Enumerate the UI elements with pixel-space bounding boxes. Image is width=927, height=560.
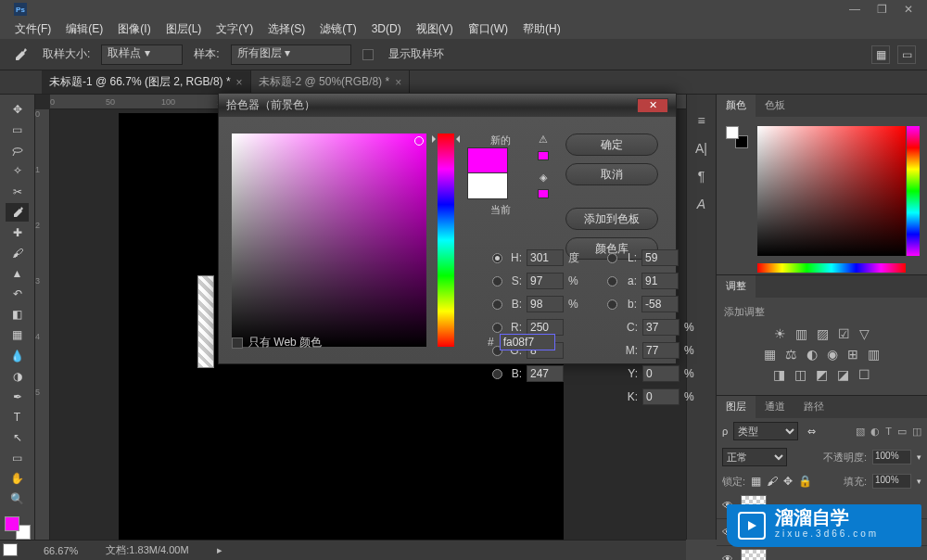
fill-input[interactable]: 100% [872, 474, 911, 489]
doc-tab-1[interactable]: 未标题-1 @ 66.7% (图层 2, RGB/8) * × [42, 70, 251, 94]
adj-curves-icon[interactable]: ▨ [817, 326, 829, 341]
hex-input[interactable] [500, 334, 555, 350]
tool-hand[interactable]: ✋ [6, 469, 29, 488]
tool-wand[interactable]: ✧ [6, 161, 29, 180]
bl-input[interactable] [527, 365, 564, 382]
tool-move[interactable]: ✥ [6, 100, 29, 119]
menu-type[interactable]: 文字(Y) [210, 19, 259, 39]
tool-crop[interactable]: ✂ [6, 183, 29, 201]
menu-edit[interactable]: 编辑(E) [60, 19, 108, 39]
filter-img-icon[interactable]: ▧ [856, 426, 865, 438]
panel-icon-history[interactable]: ≡ [697, 113, 705, 128]
color-field[interactable] [757, 126, 906, 256]
radio-h[interactable] [492, 253, 502, 263]
k-input[interactable] [642, 388, 679, 405]
tool-marquee[interactable]: ▭ [6, 121, 29, 139]
visibility-icon[interactable]: 👁 [722, 553, 735, 560]
l-input[interactable] [641, 249, 679, 266]
lb-input[interactable] [641, 296, 679, 312]
close-tab-icon[interactable]: × [395, 76, 401, 89]
menu-layer[interactable]: 图层(L) [160, 19, 208, 39]
adj-bw-icon[interactable]: ◐ [806, 347, 818, 362]
restore-button[interactable]: ❐ [877, 3, 887, 16]
filter-shape-icon[interactable]: ▭ [897, 426, 907, 438]
opacity-input[interactable]: 100% [872, 450, 911, 465]
websafe-swatch[interactable] [538, 189, 549, 198]
menu-view[interactable]: 视图(V) [411, 19, 459, 39]
s-input[interactable] [527, 273, 564, 289]
adj-thresh-icon[interactable]: ◩ [816, 367, 828, 382]
adj-photo-icon[interactable]: ◉ [827, 347, 838, 362]
tool-stamp[interactable]: ▲ [6, 264, 29, 283]
radio-r[interactable] [492, 323, 502, 333]
y-input[interactable] [642, 365, 679, 382]
menu-image[interactable]: 图像(I) [112, 19, 156, 39]
menu-window[interactable]: 窗口(W) [463, 19, 514, 39]
lock-pos-icon[interactable]: ✥ [783, 475, 793, 488]
menu-filter[interactable]: 滤镜(T) [314, 19, 362, 39]
tab-color[interactable]: 颜色 [717, 95, 756, 117]
blend-mode-select[interactable]: 正常 [722, 448, 787, 466]
a-input[interactable] [641, 273, 679, 289]
radio-s[interactable] [492, 276, 502, 286]
adj-select-icon[interactable]: ☐ [858, 367, 870, 382]
panel-swatches[interactable] [726, 126, 748, 148]
tab-channels[interactable]: 通道 [756, 396, 794, 418]
gamut-warn-icon[interactable]: ⚠ [539, 134, 548, 146]
sample-size-dropdown[interactable]: 取样点 ▾ [101, 45, 183, 65]
c-input[interactable] [642, 319, 679, 336]
panel-icon-char[interactable]: A| [695, 141, 707, 156]
opt-icon-1[interactable]: ▦ [871, 45, 890, 64]
lock-all-icon[interactable]: 🔒 [798, 475, 812, 488]
menu-help[interactable]: 帮助(H) [517, 19, 566, 39]
dialog-titlebar[interactable]: 拾色器（前景色） ✕ [219, 94, 676, 117]
tool-heal[interactable]: ✚ [6, 223, 29, 242]
tab-adjust[interactable]: 调整 [717, 275, 756, 298]
show-ring-checkbox[interactable] [362, 49, 374, 60]
sample-dropdown[interactable]: 所有图层 ▾ [231, 45, 351, 65]
web-only-checkbox[interactable] [232, 337, 243, 349]
foreground-swatch[interactable] [5, 516, 19, 531]
tool-brush[interactable]: 🖌 [6, 244, 29, 262]
adj-grad-icon[interactable]: ◪ [837, 367, 849, 382]
filter-smart-icon[interactable]: ◫ [912, 426, 921, 438]
panel-fg-swatch[interactable] [726, 126, 739, 139]
adj-levels-icon[interactable]: ▥ [795, 326, 807, 341]
close-dialog-button[interactable]: ✕ [637, 98, 668, 113]
tool-eyedropper[interactable] [6, 203, 29, 222]
lock-paint-icon[interactable]: 🖌 [767, 475, 778, 488]
panel-icon-para[interactable]: ¶ [698, 169, 705, 184]
panel-icon-glyph[interactable]: A [697, 197, 705, 211]
tool-gradient[interactable]: ▦ [6, 325, 29, 344]
adj-brightness-icon[interactable]: ☀ [774, 326, 786, 341]
color-swatches[interactable] [5, 516, 31, 541]
radio-b[interactable] [492, 299, 502, 310]
tool-history[interactable]: ↶ [6, 285, 29, 303]
tool-dodge[interactable]: ◑ [6, 367, 29, 386]
websafe-warn-icon[interactable]: ◈ [540, 172, 547, 184]
tool-shape[interactable]: ▭ [6, 449, 29, 467]
zoom-value[interactable]: 66.67% [44, 545, 78, 556]
tool-pen[interactable]: ✒ [6, 388, 29, 406]
hue-spectrum[interactable] [757, 263, 906, 273]
ok-button[interactable]: 确定 [565, 134, 658, 156]
radio-l[interactable] [607, 253, 617, 263]
adj-poster-icon[interactable]: ◫ [794, 367, 806, 382]
adj-lookup-icon[interactable]: ▥ [868, 347, 880, 362]
add-swatch-button[interactable]: 添加到色板 [565, 208, 658, 230]
adj-bal-icon[interactable]: ⚖ [785, 347, 797, 362]
doc-tab-2[interactable]: 未标题-2 @ 50%(RGB/8) * × [251, 70, 411, 94]
tool-eraser[interactable]: ◧ [6, 305, 29, 324]
layer-row[interactable]: 👁 [717, 546, 927, 560]
radio-a[interactable] [607, 276, 617, 286]
b-input[interactable] [527, 296, 564, 312]
adj-hue-icon[interactable]: ▦ [764, 347, 776, 362]
radio-lb[interactable] [607, 299, 617, 310]
cancel-button[interactable]: 取消 [565, 163, 658, 185]
filter-adj-icon[interactable]: ◐ [870, 426, 880, 438]
tool-path[interactable]: ↖ [6, 428, 29, 447]
tab-swatches[interactable]: 色板 [756, 95, 794, 117]
minimize-button[interactable]: — [849, 3, 860, 16]
filter-type-icon[interactable]: T [885, 426, 892, 438]
m-input[interactable] [642, 342, 679, 359]
